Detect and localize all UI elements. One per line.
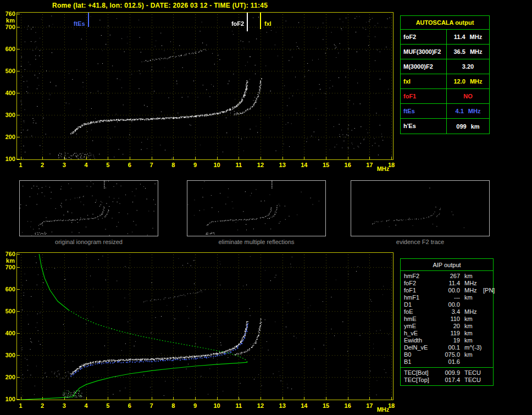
top-x-tick-7: 7 [145,162,158,168]
aip-param: TEC[Top] [404,377,438,384]
aip-unit: TECU [461,369,483,377]
aip-param: B0 [404,351,438,358]
aip-table-rows: hmF2267kmfoF211.4MHzfoF100.0MHz[PN]hmF1-… [401,273,493,384]
aip-value: --- [438,294,461,301]
aip-param: ymE [404,323,438,330]
aip-row-foF2: foF211.4MHz [401,280,493,287]
aip-row-h_vE: h_vE119km [401,330,493,337]
marker-line-ftEs [88,13,89,27]
aip-row-ymE: ymE20km [401,323,493,330]
autoscala-param-label: fxI [401,74,447,88]
thumbnail-eliminate-reflections [187,180,326,236]
station-title: Rome (lat: +41.8, lon: 012.5) - DATE: 20… [52,2,268,9]
profile-plot [16,252,394,400]
aip-row-TEC[Bot]: TEC[Bot]009.9TECU [401,369,493,377]
aip-row-D1: D100.0 [401,301,493,308]
aip-unit: km [461,330,483,337]
thumbnail-original-ionogram [19,180,158,236]
aip-param: D1 [404,301,438,308]
bottom-x-tick-11: 11 [232,402,245,409]
top-y-tick-760: 760 [1,10,15,17]
aip-param: Ewidth [404,337,438,344]
aip-note [483,337,493,344]
aip-note [483,294,493,301]
autoscala-app-window: Rome (lat: +41.8, lon: 012.5) - DATE: 20… [0,0,532,415]
aip-table-title: AIP output [401,259,493,271]
autoscala-param-value: 11.4MHz [447,30,489,44]
aip-value: 19 [438,337,461,344]
autoscala-param-value: 099km [447,119,489,134]
autoscala-param-label: foF2 [401,30,447,44]
aip-note [483,377,493,384]
thumbnail-caption-original: original ionogram resized [19,239,158,245]
top-y-tick-200: 200 [1,134,15,140]
aip-unit: km [461,323,483,330]
aip-value: 017.4 [438,377,461,384]
top-x-tick-15: 15 [319,162,332,168]
aip-unit: MHz [461,308,483,316]
bottom-x-tick-12: 12 [254,402,267,409]
thumbnail-original-canvas [20,181,158,236]
autoscala-param-value: 3.20 [447,59,489,74]
top-x-tick-9: 9 [189,162,202,168]
bottom-x-tick-6: 6 [123,402,136,409]
autoscala-param-value: 12.0MHz [447,74,489,88]
bottom-x-tick-18: 18 [385,402,398,409]
aip-param: TEC[Bot] [404,369,438,377]
aip-row-hmE: hmE110km [401,316,493,323]
top-x-tick-14: 14 [297,162,311,168]
bottom-x-tick-15: 15 [319,402,332,409]
marker-line-fxI [260,13,261,29]
autoscala-row-h'Es: h'Es099km [401,119,489,134]
top-x-tick-4: 4 [80,162,93,168]
bottom-y-unit-label: km [3,257,18,264]
bottom-y-tick-200: 200 [1,374,15,380]
aip-unit: MHz [461,287,483,294]
aip-note [483,280,493,287]
aip-value: 11.4 [438,280,461,287]
top-x-tick-3: 3 [58,162,71,168]
bottom-y-tick-700: 700 [1,264,15,270]
aip-param: hmF1 [404,294,438,301]
top-x-tick-11: 11 [232,162,245,168]
aip-note [483,301,493,308]
aip-row-hmF2: hmF2267km [401,273,493,280]
aip-value: 110 [438,316,461,323]
top-x-tick-18: 18 [385,162,398,168]
aip-note [483,330,493,337]
aip-note [483,308,493,316]
aip-value: 3.4 [438,308,461,316]
bottom-x-tick-8: 8 [167,402,180,409]
aip-row-B0: B0075.0km [401,351,493,358]
autoscala-row-foF1: foF1NO [401,89,489,104]
aip-row-foE: foE3.4MHz [401,308,493,316]
aip-value: 01.6 [438,358,461,366]
aip-value: 00.1 [438,344,461,351]
aip-unit: km [461,316,483,323]
thumbnail-f2-canvas [351,181,489,236]
aip-value: 075.0 [438,351,461,358]
top-y-tick-300: 300 [1,112,15,118]
autoscala-table-title: AUTOSCALA output [401,16,489,30]
autoscala-table-rows: foF211.4MHzMUF(3000)F236.5MHzM(3000)F23.… [401,30,489,134]
aip-note [483,316,493,323]
bottom-y-tick-100: 100 [1,396,15,402]
aip-note [483,323,493,330]
bottom-x-tick-10: 10 [210,402,224,409]
aip-unit: km [461,337,483,344]
aip-value: 119 [438,330,461,337]
aip-value: 00.0 [438,287,461,294]
autoscala-row-foF2: foF211.4MHz [401,30,489,45]
aip-note: [PN] [483,287,497,294]
autoscala-output-table: AUTOSCALA output foF211.4MHzMUF(3000)F23… [400,15,490,134]
top-x-tick-5: 5 [101,162,114,168]
autoscala-row-fxI: fxI12.0MHz [401,74,489,89]
aip-unit: km [461,273,483,280]
top-y-unit-label: km [3,17,18,24]
marker-label-fxI: fxI [264,20,271,27]
aip-param: h_vE [404,330,438,337]
aip-row-B1: B101.6 [401,358,493,366]
aip-unit: TECU [461,377,483,384]
aip-value: 20 [438,323,461,330]
aip-param: foF1 [404,287,438,294]
